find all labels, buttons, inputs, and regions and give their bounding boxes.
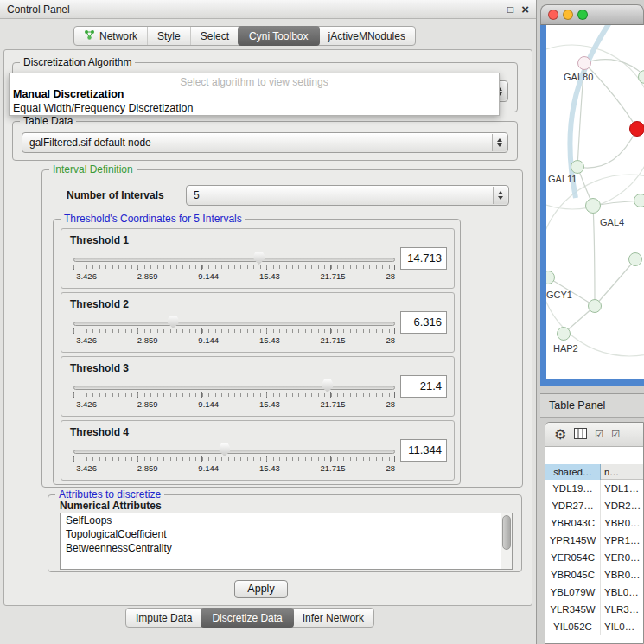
slider-track[interactable] — [73, 386, 395, 390]
threshold-2-panel: Threshold 2 -3.4262.8599.14415.4321.7152… — [61, 292, 455, 353]
option-manual-discretization[interactable]: Manual Discretization — [13, 88, 124, 100]
network-node[interactable] — [577, 56, 591, 70]
slider-track[interactable] — [73, 322, 395, 326]
tab-cyni-toolbox[interactable]: Cyni Toolbox — [238, 26, 319, 46]
table-cell[interactable]: YLR345W — [545, 601, 601, 618]
tab-style[interactable]: Style — [147, 27, 190, 45]
network-node[interactable] — [588, 299, 602, 313]
network-window-titlebar[interactable] — [540, 4, 644, 25]
table-row[interactable]: YBL079WYBL0… — [545, 583, 643, 601]
threshold-4-value-field[interactable]: 11.344 — [400, 439, 447, 462]
threshold-4-slider[interactable]: -3.4262.8599.14415.4321.71528 — [73, 442, 395, 478]
table-row[interactable]: YIL052CYIL0… — [545, 618, 643, 635]
threshold-1-label: Threshold 1 — [70, 234, 129, 246]
gear-icon[interactable]: ⚙ — [554, 428, 566, 442]
control-panel-titlebar: Control Panel □ × — [0, 0, 536, 19]
list-scrollbar[interactable] — [501, 513, 512, 569]
table-cell[interactable]: YDL19… — [545, 480, 601, 497]
table-cell[interactable]: YIL052C — [545, 618, 601, 635]
columns-icon[interactable] — [574, 428, 587, 442]
slider-thumb[interactable] — [168, 316, 179, 328]
network-node[interactable] — [628, 252, 642, 266]
option-equal-width-frequency[interactable]: Equal Width/Frequency Discretization — [13, 102, 193, 114]
checkbox-icon[interactable]: ☑ — [611, 429, 620, 440]
network-node[interactable] — [571, 160, 584, 174]
table-cell[interactable]: YLR3… — [601, 601, 643, 618]
slider-thumb[interactable] — [253, 252, 265, 265]
threshold-3-slider[interactable]: -3.4262.8599.14415.4321.71528 — [73, 378, 395, 414]
tab-select[interactable]: Select — [190, 27, 239, 45]
slider-scale-labels: -3.4262.8599.14415.4321.71528 — [73, 399, 395, 409]
table-row[interactable]: YER054CYER0… — [545, 549, 643, 566]
threshold-1-value-field[interactable]: 14.713 — [400, 247, 447, 270]
table-body: YDL19…YDL1… YDR27…YDR2… YBR043CYBR0… YPR… — [545, 480, 643, 643]
slider-thumb[interactable] — [219, 443, 230, 456]
slider-scale-labels: -3.4262.8599.14415.4321.71528 — [73, 463, 395, 473]
attributes-listbox[interactable]: SelfLoops TopologicalCoefficient Between… — [60, 513, 513, 570]
scale-label: 9.144 — [198, 399, 219, 409]
threshold-3-panel: Threshold 3 -3.4262.8599.14415.4321.7152… — [61, 356, 455, 417]
tab-impute-data[interactable]: Impute Data — [126, 609, 201, 627]
table-row[interactable]: YPR145WYPR1… — [545, 532, 643, 549]
slider-thumb[interactable] — [322, 379, 333, 392]
network-node-selected[interactable] — [629, 121, 644, 137]
network-node[interactable] — [557, 327, 571, 341]
attributes-group-title: Attributes to discretize — [55, 488, 164, 501]
table-cell[interactable]: YPR1… — [601, 532, 643, 549]
table-cell[interactable]: YDL1… — [601, 480, 643, 497]
network-node[interactable] — [585, 198, 601, 214]
list-item-betweennesscentrality[interactable]: BetweennessCentrality — [61, 541, 512, 555]
combo-stepper-icon[interactable] — [492, 134, 507, 151]
table-cell[interactable]: YBL0… — [601, 583, 643, 601]
table-cell[interactable]: YBR043C — [545, 514, 601, 532]
list-scrollbar-thumb[interactable] — [502, 515, 511, 550]
threshold-2-slider[interactable]: -3.4262.8599.14415.4321.71528 — [73, 314, 395, 350]
table-row[interactable]: YBR045CYBR0… — [545, 566, 643, 583]
table-data-combo[interactable]: galFiltered.sif default node — [22, 132, 508, 153]
tab-network[interactable]: Network — [74, 27, 147, 45]
slider-track[interactable] — [73, 450, 395, 454]
tab-infer-network[interactable]: Infer Network — [293, 609, 373, 627]
table-cell[interactable]: YER054C — [545, 549, 601, 566]
column-header-shared-name[interactable]: shared… — [545, 464, 601, 480]
threshold-2-value-field[interactable]: 6.316 — [400, 311, 447, 334]
table-cell[interactable]: YBR0… — [601, 514, 643, 532]
column-header-name[interactable]: n… — [601, 464, 643, 480]
table-cell[interactable]: YBL079W — [545, 583, 601, 601]
apply-button[interactable]: Apply — [234, 580, 288, 598]
numerical-attributes-label: Numerical Attributes — [60, 500, 162, 512]
table-cell[interactable]: YBR045C — [545, 566, 601, 583]
slider-track[interactable] — [73, 258, 395, 262]
slider-minor-ticks — [73, 265, 395, 269]
table-cell[interactable]: YBR0… — [601, 566, 643, 583]
list-item-selfloops[interactable]: SelfLoops — [61, 513, 512, 527]
tab-jactivemnodules[interactable]: jActiveMNodules — [319, 27, 415, 45]
table-row[interactable]: YDR27…YDR2… — [545, 497, 643, 514]
table-cell[interactable]: YER0… — [601, 549, 643, 566]
control-panel-window: Control Panel □ × Network Style Select C… — [0, 0, 537, 644]
close-traffic-light-icon[interactable] — [548, 10, 558, 20]
scale-label: 2.859 — [137, 335, 158, 345]
close-icon[interactable]: × — [521, 4, 529, 15]
scale-label: -3.426 — [73, 271, 97, 281]
tab-discretize-data[interactable]: Discretize Data — [201, 608, 293, 628]
table-cell[interactable]: YIL0… — [601, 618, 643, 635]
scale-label: 15.43 — [259, 463, 280, 473]
table-cell[interactable]: YDR27… — [545, 497, 601, 514]
table-row[interactable]: YBR043CYBR0… — [545, 514, 643, 532]
table-row[interactable]: YLR345WYLR3… — [545, 601, 643, 618]
threshold-1-slider[interactable]: -3.4262.8599.14415.4321.71528 — [73, 250, 395, 286]
number-of-intervals-combo[interactable]: 5 — [186, 185, 509, 206]
combo-stepper-icon[interactable] — [493, 187, 507, 204]
network-node[interactable] — [634, 194, 644, 207]
checkbox-icon[interactable]: ☑ — [595, 429, 603, 440]
maximize-traffic-light-icon[interactable] — [577, 10, 588, 20]
table-row[interactable]: YDL19…YDL1… — [545, 480, 643, 497]
table-cell[interactable]: YDR2… — [601, 497, 643, 514]
list-item-topologicalcoefficient[interactable]: TopologicalCoefficient — [61, 527, 512, 541]
minimize-traffic-light-icon[interactable] — [563, 10, 573, 20]
table-cell[interactable]: YPR145W — [545, 532, 601, 549]
threshold-3-value-field[interactable]: 21.4 — [400, 375, 447, 398]
float-window-icon[interactable]: □ — [507, 3, 513, 16]
network-canvas[interactable]: GAL80 GAL11 GAL4 GCY1 HAP2 — [546, 25, 644, 379]
